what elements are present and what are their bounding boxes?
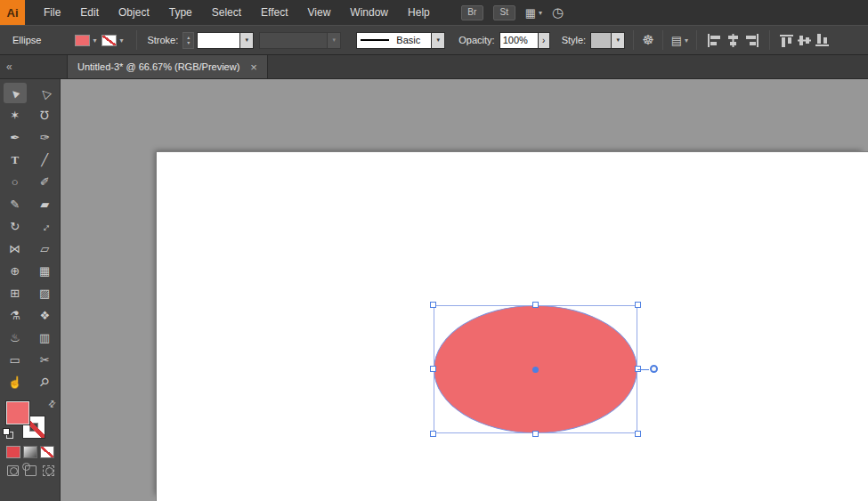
menu-view[interactable]: View [298, 0, 341, 25]
brush-definition-dropdown[interactable]: Basic ▾ [356, 32, 445, 49]
collapse-panels-button[interactable]: « [0, 55, 61, 78]
horizontal-align-left-button[interactable] [707, 34, 722, 47]
handle-bottom-center[interactable] [532, 431, 539, 437]
eraser-tool[interactable]: ▰ [30, 193, 61, 215]
graphic-style-dropdown[interactable]: ▾ [590, 32, 625, 49]
shape-builder-tool[interactable]: ⊕ [0, 260, 30, 282]
width-tool[interactable]: ⋈ [0, 238, 30, 260]
pencil-tool[interactable]: ✎ [0, 193, 30, 215]
mesh-icon: ⊞ [10, 287, 20, 300]
canvas[interactable] [61, 79, 868, 501]
default-fill-stroke-icon[interactable] [3, 428, 15, 440]
perspective-grid-tool[interactable]: ▦ [30, 260, 61, 282]
curvature-tool[interactable]: ✑ [30, 126, 61, 149]
draw-behind-icon[interactable] [25, 465, 37, 476]
vertical-align-top-button[interactable] [780, 34, 794, 47]
paintbrush-tool[interactable]: ✐ [30, 171, 61, 193]
horizontal-align-center-button[interactable] [726, 34, 741, 47]
workspace-switcher-icon[interactable]: ◷ [552, 4, 564, 20]
menu-help[interactable]: Help [398, 0, 440, 25]
menu-effect[interactable]: Effect [251, 0, 297, 25]
column-graph-tool[interactable]: ▥ [30, 327, 61, 349]
chevron-down-icon: ▾ [93, 36, 96, 44]
line-segment-tool[interactable]: ╱ [30, 149, 61, 171]
color-button[interactable] [6, 446, 20, 458]
slice-tool[interactable]: ✂ [30, 349, 61, 371]
blend-tool[interactable]: ❖ [30, 304, 61, 327]
pen-tool[interactable]: ✒ [0, 126, 30, 149]
width-tool-icon: ⋈ [9, 242, 20, 255]
symbol-sprayer-tool[interactable]: ♨ [0, 327, 30, 349]
fill-proxy-swatch[interactable] [6, 401, 29, 424]
control-bar: Ellipse ▾ ▾ Stroke: ▴ ▾ ▾ ▾ Basic ▾ Opac… [0, 25, 868, 55]
gradient-button[interactable] [23, 446, 37, 458]
arrange-documents-icon: ▦ [525, 6, 536, 20]
hand-tool[interactable]: ☝ [0, 371, 30, 393]
tab-close-icon[interactable]: × [250, 61, 257, 74]
chevron-down-icon: ▾ [119, 36, 123, 44]
rotate-tool[interactable]: ↻ [0, 215, 30, 238]
menu-window[interactable]: Window [340, 0, 398, 25]
align-to-dropdown[interactable]: ▤ ▾ [671, 34, 688, 47]
opacity-panel-arrow-icon[interactable]: › [539, 32, 550, 49]
stroke-color-dropdown[interactable]: ▾ [101, 35, 123, 46]
vertical-align-center-button[interactable] [798, 34, 812, 47]
scale-tool[interactable]: ↔ [30, 215, 61, 238]
tools-panel: ▲ △ ✶ ℧ ✒ ✑ T ╱ ○ ✐ ✎ ▰ ↻ ↔ ⋈ ▱ ⊕ ▦ ⊞ ▨ … [0, 79, 61, 501]
chevron-down-icon: ▾ [611, 33, 624, 48]
handle-bottom-right[interactable] [635, 431, 641, 437]
magic-wand-tool[interactable]: ✶ [0, 104, 30, 126]
center-point[interactable] [532, 367, 539, 373]
direct-selection-tool-icon: △ [37, 85, 53, 101]
menu-type[interactable]: Type [159, 0, 202, 25]
horizontal-align-right-button[interactable] [744, 34, 759, 47]
selection-tool[interactable]: ▲ [4, 83, 27, 103]
direct-selection-tool[interactable]: △ [30, 82, 61, 104]
gradient-icon: ▨ [39, 287, 50, 300]
handle-bottom-left[interactable] [430, 431, 436, 437]
fill-stroke-indicator: ⇄ [0, 397, 60, 443]
menu-object[interactable]: Object [109, 0, 159, 25]
live-shape-pie-widget[interactable] [650, 365, 658, 373]
handle-top-right[interactable] [635, 302, 641, 308]
gradient-tool[interactable]: ▨ [30, 282, 61, 304]
handle-middle-left[interactable] [430, 366, 436, 372]
magic-wand-icon: ✶ [10, 109, 20, 122]
lasso-tool[interactable]: ℧ [30, 104, 61, 126]
type-tool[interactable]: T [0, 149, 30, 171]
curvature-icon: ✑ [40, 131, 50, 144]
opacity-input[interactable] [499, 32, 539, 49]
none-button[interactable] [40, 446, 54, 458]
separator [136, 30, 137, 50]
mesh-tool[interactable]: ⊞ [0, 282, 30, 304]
vertical-align-bottom-button[interactable] [815, 34, 830, 47]
handle-top-center[interactable] [532, 302, 539, 308]
stock-button[interactable]: St [493, 5, 515, 20]
free-transform-tool[interactable]: ▱ [30, 238, 61, 260]
app-logo[interactable]: Ai [0, 0, 25, 25]
app-bar-buttons: Br St ▦ ▾ ◷ [461, 4, 564, 20]
swap-fill-stroke-icon[interactable]: ⇄ [45, 398, 58, 410]
fill-color-dropdown[interactable]: ▾ [75, 35, 96, 46]
menu-bar: Ai File Edit Object Type Select Effect V… [0, 0, 868, 25]
stroke-weight-stepper[interactable]: ▴ ▾ [183, 32, 194, 49]
zoom-tool[interactable]: ⚲ [30, 371, 61, 393]
draw-normal-icon[interactable] [7, 465, 19, 476]
handle-top-left[interactable] [430, 302, 436, 308]
bridge-button[interactable]: Br [461, 5, 483, 20]
stroke-weight-dropdown[interactable]: ▾ [197, 32, 254, 49]
menu-select[interactable]: Select [202, 0, 251, 25]
artboard-tool[interactable]: ▭ [0, 349, 30, 371]
default-fill-square [3, 428, 10, 435]
arrange-documents-dropdown[interactable]: ▦ ▾ [525, 6, 542, 20]
menu-file[interactable]: File [34, 0, 70, 25]
stroke-swatch-hole [29, 423, 38, 432]
menu-edit[interactable]: Edit [70, 0, 109, 25]
document-tab[interactable]: Untitled-3* @ 66.67% (RGB/Preview) × [67, 55, 268, 78]
variable-width-profile-dropdown[interactable]: ▾ [259, 32, 341, 49]
ellipse-tool[interactable]: ○ [0, 171, 30, 193]
recolor-artwork-icon[interactable]: ☸ [642, 32, 653, 48]
draw-inside-icon[interactable] [43, 465, 54, 476]
eyedropper-tool[interactable]: ⚗ [0, 304, 30, 327]
stroke-color-swatch [101, 35, 117, 46]
